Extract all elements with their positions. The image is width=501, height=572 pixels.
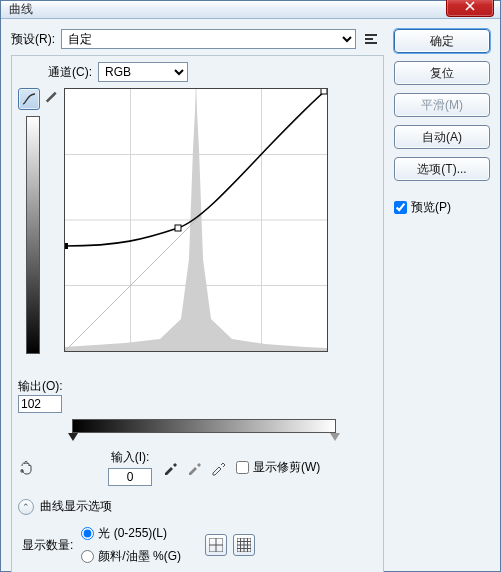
chevron-up-icon: ⌃	[22, 502, 30, 512]
gray-eyedropper-icon[interactable]	[186, 460, 202, 476]
white-eyedropper-icon[interactable]	[210, 460, 226, 476]
light-radio-label: 光 (0-255)(L)	[98, 525, 167, 542]
auto-button[interactable]: 自动(A)	[394, 125, 490, 149]
black-eyedropper-icon[interactable]	[162, 460, 178, 476]
grid-fine-icon	[237, 538, 251, 552]
svg-rect-7	[65, 243, 68, 249]
channel-label: 通道(C):	[48, 64, 92, 81]
pigment-radio[interactable]	[81, 550, 94, 563]
titlebar: 曲线	[1, 1, 500, 19]
light-radio[interactable]	[81, 527, 94, 540]
reset-button[interactable]: 复位	[394, 61, 490, 85]
preset-menu-icon[interactable]	[362, 29, 384, 49]
preview-checkbox[interactable]	[394, 201, 407, 214]
curve-graph[interactable]	[64, 88, 328, 352]
show-clipping-checkbox[interactable]	[236, 461, 249, 474]
preset-label: 预设(R):	[11, 31, 55, 48]
target-adjust-button[interactable]	[18, 457, 36, 478]
options-button[interactable]: 选项(T)...	[394, 157, 490, 181]
input-gradient[interactable]	[72, 419, 336, 433]
pigment-radio-label: 颜料/油墨 %(G)	[98, 548, 181, 565]
show-clipping-label: 显示修剪(W)	[253, 459, 320, 476]
grid-fine-button[interactable]	[233, 534, 255, 556]
curve-tool-button[interactable]	[18, 88, 40, 110]
close-icon	[465, 1, 475, 11]
hand-icon	[18, 457, 36, 475]
window-title: 曲线	[9, 1, 33, 18]
close-button[interactable]	[446, 0, 494, 17]
display-options-label: 曲线显示选项	[40, 498, 112, 515]
smooth-button[interactable]: 平滑(M)	[394, 93, 490, 117]
ok-button[interactable]: 确定	[394, 29, 490, 53]
grid-coarse-icon	[209, 538, 223, 552]
white-point-slider[interactable]	[330, 433, 340, 441]
pencil-tool-button[interactable]	[42, 88, 62, 108]
output-gradient[interactable]	[26, 116, 40, 354]
output-label: 输出(O):	[18, 378, 63, 395]
input-field[interactable]	[108, 468, 152, 486]
svg-rect-9	[321, 89, 327, 94]
svg-rect-8	[175, 225, 181, 231]
grid-coarse-button[interactable]	[205, 534, 227, 556]
output-field[interactable]	[18, 395, 62, 413]
curves-panel: 通道(C): RGB	[11, 55, 384, 572]
curve-tool-icon	[22, 92, 36, 106]
pencil-icon	[45, 91, 59, 105]
channel-select[interactable]: RGB	[98, 62, 188, 82]
preset-select[interactable]: 自定	[61, 29, 356, 49]
black-point-slider[interactable]	[68, 433, 78, 441]
show-amount-label: 显示数量:	[22, 537, 73, 554]
preview-label: 预览(P)	[411, 199, 451, 216]
display-options-toggle[interactable]: ⌃	[18, 499, 34, 515]
input-label: 输入(I):	[111, 449, 150, 466]
